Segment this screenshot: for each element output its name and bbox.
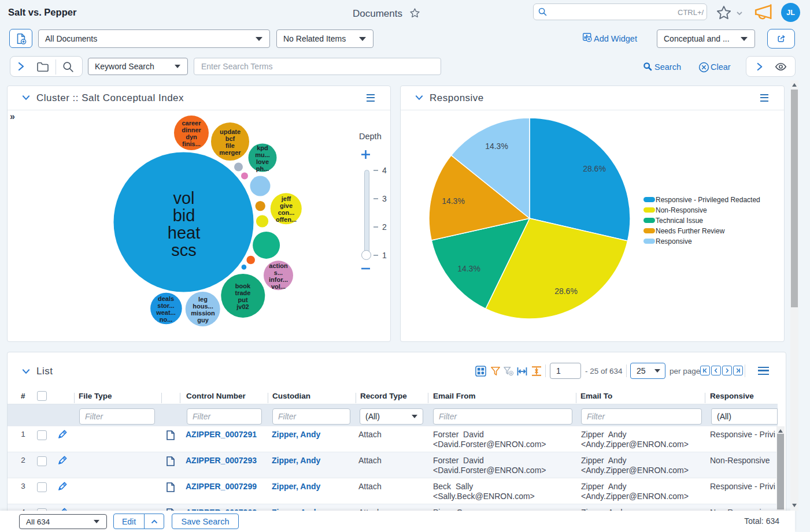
- svg-text:trade: trade: [235, 289, 251, 296]
- svg-text:put: put: [238, 296, 247, 303]
- svg-text:scs: scs: [171, 241, 197, 259]
- svg-text:kpd: kpd: [257, 144, 268, 151]
- svg-text:weat...: weat...: [156, 309, 176, 316]
- svg-text:deals: deals: [158, 295, 174, 302]
- svg-text:merger: merger: [219, 149, 241, 156]
- svg-text:heat: heat: [168, 224, 200, 242]
- svg-text:Technical Issue: Technical Issue: [656, 217, 703, 225]
- svg-text:con...: con...: [278, 209, 295, 216]
- svg-text:action: action: [269, 262, 288, 269]
- svg-text:dyn: dyn: [186, 133, 197, 140]
- svg-text:Responsive - Privileged Redact: Responsive - Privileged Redacted: [656, 196, 760, 204]
- svg-text:s...: s...: [274, 269, 283, 276]
- svg-text:bcf: bcf: [225, 135, 235, 142]
- svg-text:14.3%: 14.3%: [457, 264, 480, 273]
- svg-text:file: file: [225, 142, 235, 149]
- svg-text:finis...: finis...: [182, 140, 201, 147]
- svg-text:ph...: ph...: [256, 165, 269, 172]
- svg-text:guy: guy: [197, 317, 209, 323]
- svg-text:mission: mission: [191, 310, 215, 317]
- svg-text:give: give: [280, 202, 293, 209]
- svg-text:28.6%: 28.6%: [554, 287, 578, 296]
- svg-text:28.6%: 28.6%: [583, 164, 606, 173]
- svg-text:bid: bid: [173, 206, 195, 225]
- svg-text:leg: leg: [198, 296, 208, 303]
- svg-text:no...: no...: [160, 316, 173, 323]
- svg-text:dinner: dinner: [182, 127, 201, 133]
- svg-text:infor...: infor...: [269, 276, 288, 283]
- svg-text:love: love: [256, 158, 269, 165]
- svg-text:stor...: stor...: [157, 302, 174, 309]
- svg-text:mu...: mu...: [255, 151, 270, 158]
- svg-text:Non-Responsive: Non-Responsive: [656, 206, 707, 214]
- svg-text:vol: vol: [173, 189, 194, 207]
- svg-text:update: update: [220, 128, 241, 135]
- svg-text:vol...: vol...: [271, 283, 286, 290]
- svg-text:jeff: jeff: [281, 195, 291, 202]
- svg-text:hous...: hous...: [193, 303, 213, 310]
- svg-text:14.3%: 14.3%: [442, 196, 465, 206]
- svg-text:Responsive: Responsive: [656, 237, 692, 245]
- svg-text:jv02: jv02: [236, 303, 249, 310]
- svg-text:career: career: [182, 120, 201, 127]
- svg-text:offen...: offen...: [276, 216, 297, 223]
- svg-text:14.3%: 14.3%: [485, 142, 508, 151]
- svg-text:Needs Further Review: Needs Further Review: [656, 227, 725, 235]
- svg-text:book: book: [235, 282, 251, 289]
